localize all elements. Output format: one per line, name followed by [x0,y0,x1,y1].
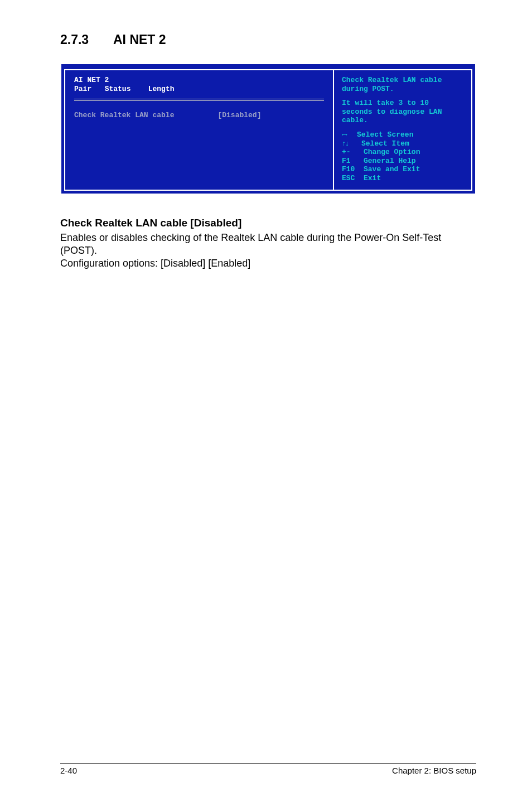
chapter-label: Chapter 2: BIOS setup [392,766,476,775]
bios-screenshot: AI NET 2 Pair Status Length Check Realte… [61,64,475,194]
help-text-block: Check Realtek LAN cable during POST. It … [342,76,463,131]
bios-option-row[interactable]: Check Realtek LAN cable [Disabled] [74,111,324,181]
divider-line [74,99,324,99]
option-heading: Check Realtek LAN cable [Disabled] [60,217,476,229]
col-length: Length [148,85,175,93]
key-plus-minus: +- [342,148,351,156]
page-footer: 2-40 Chapter 2: BIOS setup [60,763,476,775]
key-select-item: Select Item [361,139,409,148]
section-title-text: AI NET 2 [113,32,166,47]
col-pair: Pair [74,85,91,93]
left-right-arrows-icon [342,131,344,139]
page-number: 2-40 [60,766,77,775]
divider-line [74,100,324,101]
option-description: Enables or disables checking of the Real… [60,231,476,257]
bios-frame: AI NET 2 Pair Status Length Check Realte… [64,69,472,191]
key-f1: F1 [342,157,351,165]
help-line-1: Check Realtek LAN cable during POST. [342,76,463,93]
key-select-screen: Select Screen [357,131,413,139]
option-config-options: Configuration options: [Disabled] [Enabl… [60,257,476,270]
bios-main-pane: AI NET 2 Pair Status Length Check Realte… [65,70,333,190]
bios-column-headers: Pair Status Length [74,85,324,94]
help-line-2: It will take 3 to 10 seconds to diagnose… [342,99,463,125]
key-esc: ESC [342,174,355,182]
option-label: Check Realtek LAN cable [74,111,174,119]
col-status: Status [105,85,131,93]
bios-screen-title: AI NET 2 [74,76,324,85]
up-down-arrows-icon [342,139,349,148]
section-heading: 2.7.3AI NET 2 [60,32,476,47]
option-value: [Disabled] [217,111,261,119]
key-legend: Select Screen Select Item +- Change Opti… [342,131,463,183]
key-f10: F10 [342,165,355,173]
bios-help-pane: Check Realtek LAN cable during POST. It … [333,70,471,190]
key-exit: Exit [364,174,381,182]
key-change-option: Change Option [364,148,420,156]
document-body: Check Realtek LAN cable [Disabled] Enabl… [60,217,476,270]
key-save-exit: Save and Exit [364,165,420,173]
key-general-help: General Help [364,157,416,165]
section-number: 2.7.3 [60,32,113,47]
